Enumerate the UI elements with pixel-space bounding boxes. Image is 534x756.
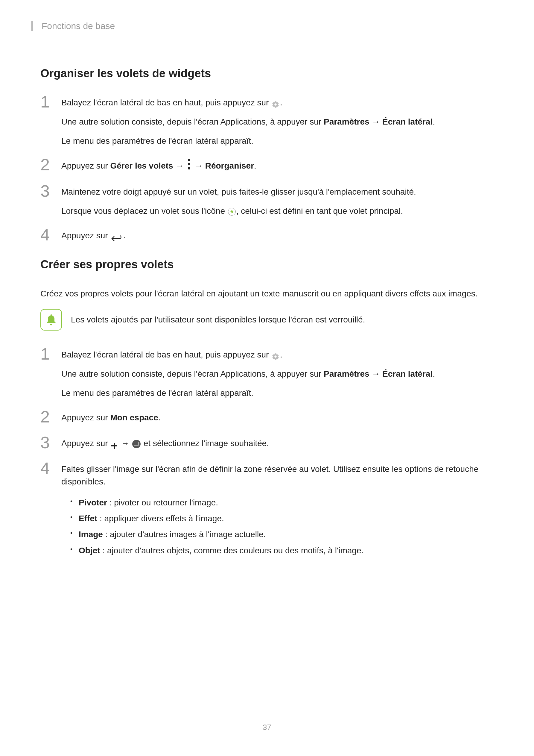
step-text: Lorsque vous déplacez un volet sous l'ic… <box>61 205 494 217</box>
step-number: 1 <box>40 345 61 362</box>
step-item: 1 Balayez l'écran latéral de bas en haut… <box>40 96 494 147</box>
step-text: Une autre solution consiste, depuis l'éc… <box>61 116 494 128</box>
more-icon <box>188 159 190 173</box>
step-item: 2 Appuyez sur Mon espace. <box>40 411 494 425</box>
section1-title: Organiser les volets de widgets <box>40 67 494 80</box>
note-text: Les volets ajoutés par l'utilisateur son… <box>71 313 365 326</box>
step-item: 2 Appuyez sur Gérer les volets → → Réorg… <box>40 159 494 174</box>
step-item: 4 Appuyez sur . <box>40 230 494 243</box>
step-text: Balayez l'écran latéral de bas en haut, … <box>61 96 494 109</box>
bullet-list: Pivoter : pivoter ou retourner l'image. … <box>61 495 494 558</box>
step-text: Le menu des paramètres de l'écran latéra… <box>61 135 494 147</box>
step-text: Faites glisser l'image sur l'écran afin … <box>61 463 494 488</box>
step-item: 3 Maintenez votre doigt appuyé sur un vo… <box>40 186 494 217</box>
list-item: Image : ajouter d'autres images à l'imag… <box>70 526 494 542</box>
step-number: 3 <box>40 183 61 200</box>
step-text: Balayez l'écran latéral de bas en haut, … <box>61 348 494 361</box>
step-item: 4 Faites glisser l'image sur l'écran afi… <box>40 463 494 558</box>
step-text: Une autre solution consiste, depuis l'éc… <box>61 368 494 380</box>
list-item: Effet : appliquer divers effets à l'imag… <box>70 510 494 526</box>
home-icon <box>228 208 236 216</box>
svg-point-2 <box>188 167 190 170</box>
step-item: 3 Appuyez sur → et sélectionnez l'image … <box>40 437 494 451</box>
step-number: 2 <box>40 156 61 173</box>
step-text: Le menu des paramètres de l'écran latéra… <box>61 387 494 399</box>
breadcrumb-text: Fonctions de base <box>41 21 115 31</box>
step-text: Appuyez sur . <box>61 230 494 242</box>
page-number: 37 <box>263 723 271 732</box>
step-text: Maintenez votre doigt appuyé sur un vole… <box>61 186 494 198</box>
step-item: 1 Balayez l'écran latéral de bas en haut… <box>40 348 494 399</box>
note-block: Les volets ajoutés par l'utilisateur son… <box>40 309 494 331</box>
intro-text: Créez vos propres volets pour l'écran la… <box>40 287 494 300</box>
list-item: Pivoter : pivoter ou retourner l'image. <box>70 495 494 510</box>
step-number: 1 <box>40 94 61 110</box>
svg-point-1 <box>188 163 190 165</box>
list-item: Objet : ajouter d'autres objets, comme d… <box>70 543 494 558</box>
section2-title: Créer ses propres volets <box>40 258 494 271</box>
gear-icon <box>272 352 279 359</box>
step-text: Appuyez sur → et sélectionnez l'image so… <box>61 437 494 450</box>
svg-point-0 <box>188 159 190 161</box>
breadcrumb: Fonctions de base <box>31 21 494 31</box>
step-number: 2 <box>40 408 61 425</box>
picture-icon <box>132 440 140 448</box>
back-icon <box>111 233 123 240</box>
step-text: Appuyez sur Gérer les volets → → Réorgan… <box>61 159 494 174</box>
step-number: 3 <box>40 434 61 451</box>
plus-icon <box>111 441 118 447</box>
bell-icon <box>40 309 62 331</box>
step-text: Appuyez sur Mon espace. <box>61 411 494 424</box>
step-number: 4 <box>40 460 61 477</box>
gear-icon <box>272 99 279 107</box>
step-number: 4 <box>40 226 61 243</box>
svg-rect-4 <box>111 445 117 446</box>
